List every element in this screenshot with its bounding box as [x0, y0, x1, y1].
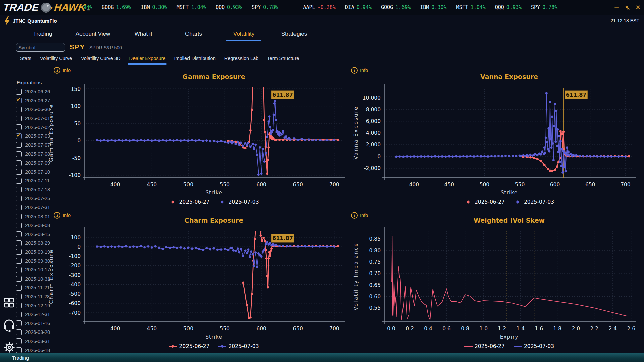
checkbox-unchecked[interactable] — [16, 249, 22, 255]
checkbox-unchecked[interactable] — [16, 214, 22, 219]
grid-layout-icon[interactable] — [4, 298, 14, 308]
gridlines — [384, 88, 634, 178]
checkbox-unchecked[interactable] — [16, 160, 22, 166]
tab-trading[interactable]: Trading — [17, 28, 68, 42]
subtab-stats[interactable]: Stats — [20, 55, 31, 63]
ticker-item: SPY0.78% — [531, 4, 557, 10]
checkbox-unchecked[interactable] — [16, 231, 22, 237]
svg-text:0.70: 0.70 — [369, 270, 381, 277]
ticker-item: AAPL-0.28% — [303, 4, 335, 10]
close-button[interactable]: ✕ — [635, 4, 641, 11]
svg-text:100: 100 — [71, 235, 81, 241]
checkbox-unchecked[interactable] — [16, 89, 22, 95]
legend-item[interactable]: 2025-06-27 — [169, 343, 209, 349]
tab-volatility[interactable]: Volatility — [219, 28, 269, 42]
checkbox-unchecked[interactable] — [16, 303, 22, 308]
checkbox-unchecked[interactable] — [16, 223, 22, 228]
tab-strategies[interactable]: Strategies — [269, 28, 319, 42]
svg-text:0.80: 0.80 — [369, 248, 381, 254]
symbol-input[interactable] — [16, 43, 65, 52]
subnav-divider — [0, 64, 406, 64]
svg-text:700: 700 — [329, 326, 339, 332]
tab-label: Trading — [33, 31, 52, 37]
subtab-volatility-curve-3d[interactable]: Volatility Curve 3D — [81, 55, 120, 63]
expiration-date-label: 2025-07-09 — [25, 160, 50, 166]
checkbox-unchecked[interactable] — [16, 205, 22, 210]
ticker-symbol: MSFT — [456, 4, 468, 10]
subtab-term-structure[interactable]: Term Structure — [267, 55, 299, 63]
svg-text:2.4: 2.4 — [608, 326, 617, 332]
svg-text:2025-06-27: 2025-06-27 — [475, 199, 505, 205]
checkbox-unchecked[interactable] — [16, 169, 22, 175]
subtab-implied-distribution[interactable]: Implied Distribution — [174, 55, 215, 63]
svg-text:2,000: 2,000 — [366, 142, 381, 148]
restore-button[interactable] — [624, 4, 630, 11]
checkbox-checked[interactable] — [16, 133, 22, 139]
ticker-symbol: IBM — [141, 4, 150, 10]
subtab-dealer-exposure[interactable]: Dealer Exposure — [129, 55, 165, 63]
checkbox-unchecked[interactable] — [16, 276, 22, 282]
legend-item[interactable]: 2025-07-03 — [514, 199, 554, 205]
headset-support-icon[interactable] — [3, 318, 15, 333]
checkbox-unchecked[interactable] — [16, 178, 22, 184]
expiration-date-label: 2025-07-11 — [25, 178, 50, 183]
svg-text:-400: -400 — [69, 282, 81, 288]
svg-text:0.4: 0.4 — [424, 326, 432, 332]
legend-item[interactable]: 2025-07-03 — [514, 343, 554, 349]
checkbox-unchecked[interactable] — [16, 116, 22, 121]
legend-item[interactable]: 2025-07-03 — [218, 199, 259, 205]
svg-text:650: 650 — [293, 182, 303, 188]
checkbox-unchecked[interactable] — [16, 142, 22, 148]
checkbox-unchecked[interactable] — [16, 151, 22, 157]
expiration-date-label: 2025-07-07 — [25, 142, 50, 148]
svg-text:2.2: 2.2 — [590, 326, 598, 332]
checkbox-unchecked[interactable] — [16, 320, 22, 326]
gamma-exposure-chart[interactable]: Gamma Exposure40045050055060065070015010… — [50, 66, 346, 220]
weighted-ivol-skew-chart[interactable]: Weighted IVol Skew0.00.20.40.60.81.01.21… — [348, 209, 644, 362]
checkbox-unchecked[interactable] — [16, 329, 22, 335]
expiration-date-label: 2025-07-31 — [25, 205, 50, 210]
legend-item[interactable]: 2025-06-27 — [464, 199, 505, 205]
tab-account-view[interactable]: Account View — [68, 28, 118, 42]
ticker-item: GOOG1.69% — [102, 4, 131, 10]
checkbox-unchecked[interactable] — [16, 124, 22, 130]
minimize-button[interactable]: − — [614, 4, 619, 11]
checkbox-unchecked[interactable] — [16, 196, 22, 201]
tab-what-if[interactable]: What if — [118, 28, 168, 42]
legend-item[interactable]: 2025-07-03 — [218, 343, 259, 349]
subtab-volatility-curve[interactable]: Volatility Curve — [40, 55, 72, 63]
svg-text:150: 150 — [71, 86, 81, 92]
window-controls: − ✕ — [614, 0, 641, 15]
checkbox-unchecked[interactable] — [16, 107, 22, 112]
legend-item[interactable]: 2025-06-27 — [169, 199, 209, 205]
legend-item[interactable]: 2025-06-27 — [464, 343, 505, 349]
svg-text:611.87: 611.87 — [272, 235, 293, 241]
svg-text:2025-07-03: 2025-07-03 — [524, 199, 554, 205]
checkbox-unchecked[interactable] — [16, 285, 22, 291]
svg-text:0.6: 0.6 — [442, 326, 451, 332]
checkbox-unchecked[interactable] — [16, 187, 22, 192]
checkbox-unchecked[interactable] — [16, 294, 22, 299]
gridlines — [85, 231, 343, 322]
tab-charts[interactable]: Charts — [168, 28, 219, 42]
series-2025-06-27 — [242, 200, 339, 319]
checkbox-unchecked[interactable] — [16, 267, 22, 273]
checkbox-unchecked[interactable] — [16, 258, 22, 264]
ticker-change: 0.93% — [506, 4, 522, 10]
ticker-symbol: SPY — [252, 4, 261, 10]
vanna-exposure-chart[interactable]: Vanna Exposure40045050055060065070010,00… — [348, 66, 644, 220]
svg-text:100: 100 — [71, 103, 81, 109]
checkbox-unchecked[interactable] — [16, 312, 22, 317]
svg-text:600: 600 — [256, 182, 266, 188]
subtab-regression-lab[interactable]: Regression Lab — [224, 55, 259, 63]
svg-text:0: 0 — [77, 138, 81, 144]
ticker-symbol: GOOG — [381, 4, 393, 10]
charm-exposure-chart[interactable]: Charm Exposure4004505005506006507001000-… — [50, 209, 346, 362]
checkbox-unchecked[interactable] — [16, 240, 22, 246]
expiration-date-label: 2025-06-30 — [25, 107, 50, 112]
checkbox-unchecked[interactable] — [16, 338, 22, 344]
checkbox-unchecked[interactable] — [16, 347, 22, 353]
svg-text:1.8: 1.8 — [553, 326, 561, 332]
checkbox-checked[interactable] — [16, 98, 22, 103]
tab-label: Strategies — [281, 31, 307, 37]
